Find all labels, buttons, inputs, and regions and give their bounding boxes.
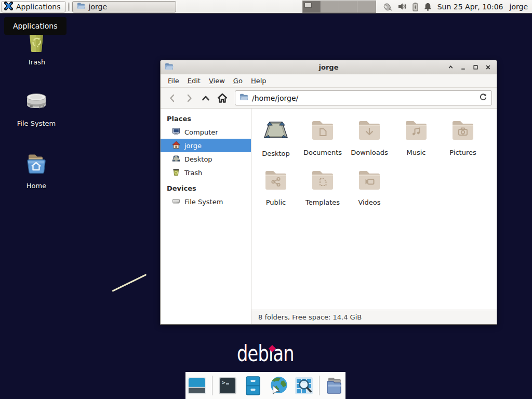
main-pane: Desktop Documents xyxy=(251,109,497,324)
file-item-downloads[interactable]: Downloads xyxy=(347,118,392,168)
shade-button[interactable] xyxy=(446,62,455,72)
reload-icon[interactable] xyxy=(479,93,487,103)
window-controls xyxy=(446,62,493,72)
taskbar-folder-icon xyxy=(77,2,85,11)
forward-button[interactable] xyxy=(182,91,196,105)
sidebar-item-label: jorge xyxy=(184,142,202,150)
terminal-icon[interactable]: > xyxy=(217,375,238,396)
web-browser-icon[interactable] xyxy=(268,375,289,396)
window-body: Places Computer xyxy=(161,109,497,324)
desktop-icon-label: File System xyxy=(17,119,56,127)
file-item-label: Templates xyxy=(305,198,340,206)
applications-tooltip: Applications xyxy=(4,17,66,35)
mouse-icon[interactable] xyxy=(381,2,393,11)
file-manager-window: jorge File Edit View Go Help xyxy=(160,60,497,325)
sidebar-item-computer[interactable]: Computer xyxy=(161,125,251,139)
back-button[interactable] xyxy=(165,91,180,105)
menu-help[interactable]: Help xyxy=(247,75,271,87)
sidebar-devices-header: Devices xyxy=(161,182,251,195)
music-folder-icon xyxy=(404,118,429,144)
drive-small-icon xyxy=(172,197,180,207)
file-grid: Desktop Documents xyxy=(251,109,497,310)
desktop: Applications jorge xyxy=(0,0,532,399)
file-item-label: Pictures xyxy=(449,149,476,156)
sidebar-item-trash[interactable]: Trash xyxy=(161,166,251,179)
computer-icon xyxy=(172,127,180,137)
home-icon xyxy=(172,141,180,151)
file-item-pictures[interactable]: Pictures xyxy=(440,118,486,168)
xfce-logo-icon xyxy=(4,2,13,12)
menu-go[interactable]: Go xyxy=(229,75,247,87)
up-button[interactable] xyxy=(198,91,213,105)
debian-logo: debian xyxy=(237,343,308,365)
panel-clock[interactable]: Sun 25 Apr, 10:06 xyxy=(437,3,503,11)
directory-menu-icon[interactable] xyxy=(324,375,345,396)
sidebar-item-label: File System xyxy=(184,198,223,206)
file-item-public[interactable]: Public xyxy=(253,168,299,218)
file-item-templates[interactable]: Templates xyxy=(300,168,345,218)
sidebar-item-desktop[interactable]: Desktop xyxy=(161,152,251,166)
desktop-folder-icon xyxy=(262,118,289,145)
path-text[interactable]: /home/jorge/ xyxy=(252,94,475,102)
path-bar[interactable]: /home/jorge/ xyxy=(235,90,492,105)
downloads-folder-icon xyxy=(357,118,382,144)
sidebar-item-label: Computer xyxy=(184,128,218,136)
menu-view[interactable]: View xyxy=(205,75,229,87)
file-item-music[interactable]: Music xyxy=(393,118,439,168)
statusbar-text: 8 folders, Free space: 14.4 GiB xyxy=(258,313,362,321)
panel-separator-handle xyxy=(68,3,70,11)
battery-icon[interactable] xyxy=(412,2,419,11)
file-item-desktop[interactable]: Desktop xyxy=(253,118,299,168)
workspace-2[interactable] xyxy=(321,1,339,12)
workspace-window-preview xyxy=(304,3,312,8)
top-panel: Applications jorge xyxy=(0,0,532,14)
workspace-4[interactable] xyxy=(357,1,376,12)
menu-edit[interactable]: Edit xyxy=(183,75,205,87)
file-item-videos[interactable]: Videos xyxy=(347,168,392,218)
panel-user-menu[interactable]: jorge xyxy=(510,3,528,11)
public-folder-icon xyxy=(263,168,288,194)
videos-folder-icon xyxy=(357,168,382,194)
minimize-button[interactable] xyxy=(458,62,468,72)
window-titlebar[interactable]: jorge xyxy=(161,60,497,74)
sidebar-item-label: Desktop xyxy=(184,155,212,163)
taskbar-window-label: jorge xyxy=(89,3,107,11)
sidebar-item-file-system[interactable]: File System xyxy=(161,195,251,208)
workspace-1[interactable] xyxy=(303,1,321,12)
file-manager-icon[interactable] xyxy=(243,375,263,396)
stray-line-artifact xyxy=(112,274,147,292)
desktop-icon-home[interactable]: Home xyxy=(10,151,62,190)
dock-separator xyxy=(319,376,320,395)
hard-drive-icon xyxy=(23,88,49,116)
close-button[interactable] xyxy=(483,62,493,72)
sidebar-item-jorge[interactable]: jorge xyxy=(161,139,251,152)
home-button[interactable] xyxy=(215,91,230,105)
volume-icon[interactable] xyxy=(397,2,407,11)
maximize-button[interactable] xyxy=(471,62,480,72)
dock: > xyxy=(185,372,345,399)
pictures-folder-icon xyxy=(450,118,475,144)
desktop-icon-file-system[interactable]: File System xyxy=(10,88,62,127)
sidebar-item-label: Trash xyxy=(184,169,202,177)
sidebar: Places Computer xyxy=(161,109,251,324)
show-desktop-icon[interactable] xyxy=(187,375,207,396)
desktop-icon-label: Home xyxy=(26,182,46,190)
file-item-label: Public xyxy=(266,198,286,206)
documents-folder-icon xyxy=(310,118,335,144)
notification-bell-icon[interactable] xyxy=(423,2,432,11)
workspace-3[interactable] xyxy=(339,1,357,12)
desktop-surface-icon xyxy=(172,154,180,164)
home-folder-icon xyxy=(23,151,49,179)
toolbar: /home/jorge/ xyxy=(161,88,497,109)
file-item-label: Documents xyxy=(303,149,342,156)
sidebar-places-header: Places xyxy=(161,113,251,125)
file-item-documents[interactable]: Documents xyxy=(300,118,345,168)
trash-small-icon xyxy=(172,168,180,178)
file-item-label: Music xyxy=(407,149,426,156)
application-finder-icon[interactable] xyxy=(294,375,314,396)
file-item-label: Desktop xyxy=(262,150,290,157)
menu-file[interactable]: File xyxy=(164,75,183,87)
applications-menu-button[interactable]: Applications xyxy=(1,1,66,12)
dock-separator xyxy=(212,376,212,395)
taskbar-window-button[interactable]: jorge xyxy=(72,1,176,12)
